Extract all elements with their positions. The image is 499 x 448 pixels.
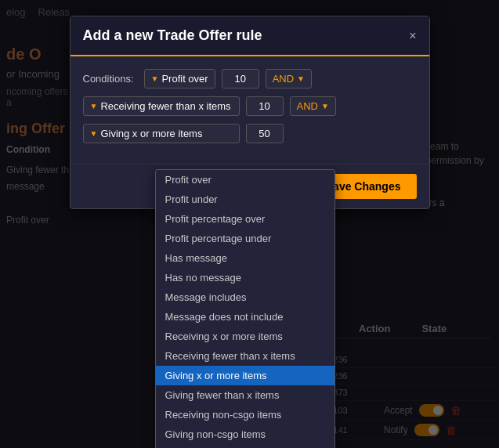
and-value-1: AND	[273, 73, 294, 85]
dropdown-item-profit-pct-under[interactable]: Profit percentage under	[156, 229, 334, 248]
condition-row-1: Conditions: ▼ Profit over AND ▼	[83, 69, 417, 89]
condition-select-3-value: Giving x or more items	[100, 128, 202, 139]
dropdown-item-giving-x-more[interactable]: Giving x or more items	[156, 366, 334, 385]
dropdown-item-message-includes[interactable]: Message includes	[156, 287, 334, 307]
dropdown-item-giving-non-csgo[interactable]: Giving non-csgo items	[156, 425, 334, 444]
dropdown-item-profit-under[interactable]: Profit under	[156, 190, 334, 209]
and-select-1[interactable]: AND ▼	[266, 69, 312, 89]
condition-select-3[interactable]: ▼ Giving x or more items	[83, 124, 240, 143]
modal-dialog: Add a new Trade Offer rule × Conditions:…	[70, 16, 430, 209]
number-input-3[interactable]	[246, 124, 284, 143]
number-input-1[interactable]	[222, 69, 259, 89]
dropdown-item-receiving-fewer[interactable]: Receiving fewer than x items	[156, 346, 334, 366]
select-arrow-icon-2: ▼	[90, 102, 98, 110]
select-arrow-icon-1: ▼	[151, 74, 159, 83]
condition-select-1-value: Profit over	[161, 73, 208, 85]
condition-select-1[interactable]: ▼ Profit over	[144, 69, 215, 89]
condition-select-2-value: Receiving fewer than x items	[100, 100, 230, 112]
dropdown-item-giving-fewer[interactable]: Giving fewer than x items	[156, 385, 334, 405]
select-arrow-icon-3: ▼	[90, 129, 98, 138]
modal-overlay: Add a new Trade Offer rule × Conditions:…	[0, 0, 499, 448]
number-input-2[interactable]	[246, 96, 284, 116]
condition-row-3: ▼ Giving x or more items	[83, 124, 417, 143]
and-arrow-icon-1: ▼	[297, 74, 305, 83]
dropdown-item-receiving-x-more[interactable]: Receiving x or more items	[156, 327, 334, 346]
modal-title: Add a new Trade Offer rule	[83, 27, 262, 44]
dropdown-item-has-no-message[interactable]: Has no message	[156, 268, 334, 287]
dropdown-item-receiving-non-csgo[interactable]: Receiving non-csgo items	[156, 405, 334, 425]
and-select-2[interactable]: AND ▼	[290, 96, 336, 116]
and-value-2: AND	[297, 100, 318, 112]
dropdown-item-receiving-no-price[interactable]: Receiving items with no price	[156, 444, 334, 448]
condition-row-2: ▼ Receiving fewer than x items AND ▼	[83, 96, 417, 116]
condition-select-2[interactable]: ▼ Receiving fewer than x items	[83, 96, 240, 116]
modal-header: Add a new Trade Offer rule ×	[71, 16, 429, 56]
dropdown-item-profit-pct-over[interactable]: Profit percentage over	[156, 209, 334, 229]
modal-close-x-button[interactable]: ×	[409, 30, 416, 42]
dropdown-item-profit-over[interactable]: Profit over	[156, 170, 334, 190]
modal-body: Conditions: ▼ Profit over AND ▼ ▼ Receiv…	[71, 56, 429, 164]
and-arrow-icon-2: ▼	[321, 102, 329, 110]
conditions-label: Conditions:	[83, 73, 138, 85]
dropdown-item-has-message[interactable]: Has message	[156, 248, 334, 268]
dropdown-item-message-not-include[interactable]: Message does not include	[156, 307, 334, 327]
condition-dropdown[interactable]: Profit over Profit under Profit percenta…	[155, 169, 335, 448]
